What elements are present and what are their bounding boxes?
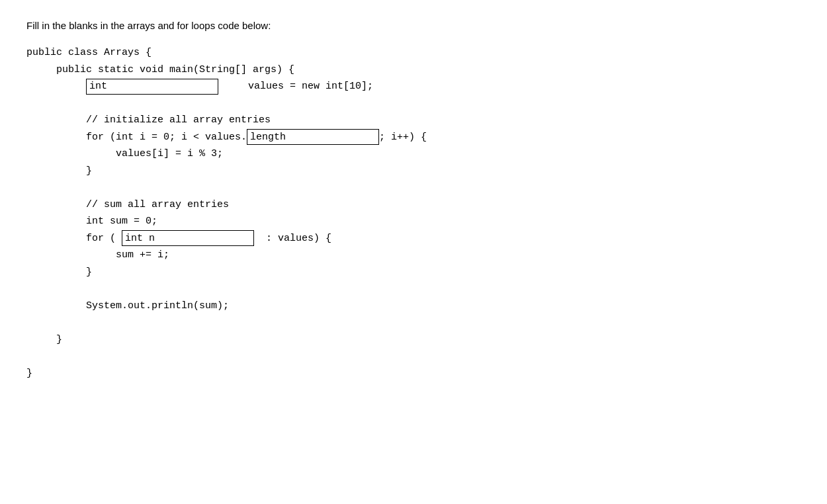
code-line-11: int sum = 0;: [26, 213, 801, 230]
code-line-10: // sum all array entries: [26, 196, 801, 214]
code-line-14: }: [26, 264, 801, 281]
code-line-2: public static void main(String[] args) {: [26, 62, 801, 79]
code-text: int sum = 0;: [26, 213, 157, 230]
code-text: }: [26, 365, 32, 382]
instruction-text: Fill in the blanks in the arrays and for…: [26, 20, 801, 31]
blank-input-length[interactable]: [247, 129, 379, 145]
code-line-6: for (int i = 0; i < values. ; i++) {: [26, 129, 801, 146]
code-indent: [26, 78, 86, 95]
code-text: values = new int[10];: [218, 78, 373, 95]
code-line-7: values[i] = i % 3;: [26, 146, 801, 163]
code-line-20: }: [26, 365, 801, 382]
code-text: : values) {: [254, 230, 331, 247]
code-line-18: }: [26, 331, 801, 349]
code-block: public class Arrays { public static void…: [26, 44, 801, 382]
code-text: ; i++) {: [379, 129, 427, 146]
code-line-blank-3: [26, 280, 801, 298]
code-text: for (int i = 0; i < values.: [26, 129, 247, 146]
code-text: }: [26, 331, 62, 349]
code-line-blank-1: [26, 95, 801, 112]
code-line-13: sum += i;: [26, 247, 801, 264]
blank-input-loop-var[interactable]: [122, 230, 254, 246]
code-line-1: public class Arrays {: [26, 44, 801, 62]
code-text: for (: [26, 230, 122, 247]
code-line-12: for ( : values) {: [26, 230, 801, 247]
code-text: }: [26, 264, 92, 281]
code-text: public static void main(String[] args) {: [26, 62, 294, 79]
code-text: }: [26, 163, 92, 180]
code-line-3: values = new int[10];: [26, 78, 801, 95]
code-text: public class Arrays {: [26, 44, 152, 62]
code-line-16: System.out.println(sum);: [26, 298, 801, 315]
blank-input-type[interactable]: [86, 79, 218, 95]
code-text: System.out.println(sum);: [26, 298, 229, 315]
code-line-blank-2: [26, 179, 801, 196]
code-line-5: // initialize all array entries: [26, 112, 801, 129]
code-text: values[i] = i % 3;: [26, 146, 223, 163]
code-text: // initialize all array entries: [26, 112, 271, 129]
code-text: // sum all array entries: [26, 196, 229, 214]
code-line-blank-4: [26, 314, 801, 331]
code-line-blank-5: [26, 348, 801, 365]
code-text: sum += i;: [26, 247, 169, 264]
code-line-8: }: [26, 163, 801, 180]
